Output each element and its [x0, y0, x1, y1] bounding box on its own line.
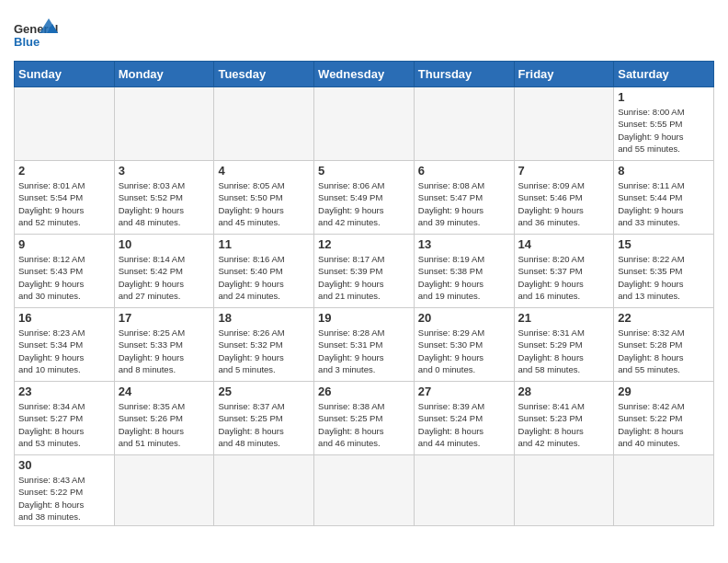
day-info: Sunrise: 8:41 AM Sunset: 5:23 PM Dayligh… [518, 400, 610, 449]
day-cell-23: 23Sunrise: 8:34 AM Sunset: 5:27 PM Dayli… [15, 382, 115, 455]
day-info: Sunrise: 8:22 AM Sunset: 5:35 PM Dayligh… [618, 253, 710, 302]
day-number: 27 [418, 385, 510, 398]
day-number: 25 [218, 385, 310, 398]
weekday-header-wednesday: Wednesday [314, 62, 415, 87]
day-number: 26 [318, 385, 410, 398]
day-info: Sunrise: 8:09 AM Sunset: 5:46 PM Dayligh… [518, 179, 610, 228]
empty-cell [214, 455, 314, 526]
day-number: 13 [418, 237, 510, 251]
weekday-header-sunday: Sunday [15, 62, 115, 87]
day-info: Sunrise: 8:20 AM Sunset: 5:37 PM Dayligh… [518, 253, 610, 302]
day-number: 12 [318, 237, 410, 251]
day-number: 4 [218, 164, 310, 178]
day-number: 10 [119, 237, 210, 251]
calendar-row-1: 2Sunrise: 8:01 AM Sunset: 5:54 PM Daylig… [15, 161, 714, 235]
day-info: Sunrise: 8:39 AM Sunset: 5:24 PM Dayligh… [418, 400, 510, 449]
day-info: Sunrise: 8:29 AM Sunset: 5:30 PM Dayligh… [418, 327, 510, 375]
day-info: Sunrise: 8:12 AM Sunset: 5:43 PM Dayligh… [18, 253, 110, 302]
empty-cell [514, 455, 614, 526]
day-cell-8: 8Sunrise: 8:11 AM Sunset: 5:44 PM Daylig… [614, 161, 714, 235]
empty-cell [114, 87, 214, 161]
weekday-header-saturday: Saturday [614, 62, 714, 87]
day-cell-29: 29Sunrise: 8:42 AM Sunset: 5:22 PM Dayli… [614, 382, 714, 455]
day-info: Sunrise: 8:26 AM Sunset: 5:32 PM Dayligh… [218, 327, 310, 375]
day-cell-18: 18Sunrise: 8:26 AM Sunset: 5:32 PM Dayli… [214, 308, 314, 382]
day-cell-12: 12Sunrise: 8:17 AM Sunset: 5:39 PM Dayli… [314, 235, 415, 308]
day-info: Sunrise: 8:16 AM Sunset: 5:40 PM Dayligh… [218, 253, 310, 302]
day-cell-17: 17Sunrise: 8:25 AM Sunset: 5:33 PM Dayli… [114, 308, 214, 382]
day-cell-27: 27Sunrise: 8:39 AM Sunset: 5:24 PM Dayli… [414, 382, 514, 455]
day-number: 15 [618, 237, 710, 251]
day-info: Sunrise: 8:23 AM Sunset: 5:34 PM Dayligh… [18, 327, 110, 375]
day-cell-24: 24Sunrise: 8:35 AM Sunset: 5:26 PM Dayli… [114, 382, 214, 455]
day-cell-3: 3Sunrise: 8:03 AM Sunset: 5:52 PM Daylig… [114, 161, 214, 235]
day-cell-5: 5Sunrise: 8:06 AM Sunset: 5:49 PM Daylig… [314, 161, 415, 235]
calendar-row-2: 9Sunrise: 8:12 AM Sunset: 5:43 PM Daylig… [15, 235, 714, 308]
day-number: 22 [618, 311, 710, 325]
day-cell-25: 25Sunrise: 8:37 AM Sunset: 5:25 PM Dayli… [214, 382, 314, 455]
day-info: Sunrise: 8:05 AM Sunset: 5:50 PM Dayligh… [218, 179, 310, 228]
day-info: Sunrise: 8:00 AM Sunset: 5:55 PM Dayligh… [618, 106, 710, 155]
day-number: 29 [618, 385, 710, 398]
day-cell-19: 19Sunrise: 8:28 AM Sunset: 5:31 PM Dayli… [314, 308, 415, 382]
day-number: 11 [218, 237, 310, 251]
empty-cell [15, 87, 115, 161]
day-number: 20 [418, 311, 510, 325]
day-number: 3 [119, 164, 210, 178]
day-cell-21: 21Sunrise: 8:31 AM Sunset: 5:29 PM Dayli… [514, 308, 614, 382]
day-cell-20: 20Sunrise: 8:29 AM Sunset: 5:30 PM Dayli… [414, 308, 514, 382]
day-cell-11: 11Sunrise: 8:16 AM Sunset: 5:40 PM Dayli… [214, 235, 314, 308]
day-number: 14 [518, 237, 610, 251]
logo: General Blue [14, 17, 60, 55]
day-number: 24 [119, 385, 210, 398]
day-info: Sunrise: 8:14 AM Sunset: 5:42 PM Dayligh… [119, 253, 210, 302]
day-number: 2 [18, 164, 110, 178]
page-header: General Blue [14, 9, 714, 55]
day-info: Sunrise: 8:25 AM Sunset: 5:33 PM Dayligh… [119, 327, 210, 375]
empty-cell [414, 455, 514, 526]
day-info: Sunrise: 8:03 AM Sunset: 5:52 PM Dayligh… [119, 179, 210, 228]
empty-cell [314, 455, 415, 526]
day-cell-22: 22Sunrise: 8:32 AM Sunset: 5:28 PM Dayli… [614, 308, 714, 382]
day-cell-14: 14Sunrise: 8:20 AM Sunset: 5:37 PM Dayli… [514, 235, 614, 308]
day-info: Sunrise: 8:42 AM Sunset: 5:22 PM Dayligh… [618, 400, 710, 449]
calendar-row-0: 1Sunrise: 8:00 AM Sunset: 5:55 PM Daylig… [15, 87, 714, 161]
day-number: 19 [318, 311, 410, 325]
day-cell-7: 7Sunrise: 8:09 AM Sunset: 5:46 PM Daylig… [514, 161, 614, 235]
day-info: Sunrise: 8:06 AM Sunset: 5:49 PM Dayligh… [318, 179, 410, 228]
day-number: 5 [318, 164, 410, 178]
day-number: 23 [18, 385, 110, 398]
weekday-header-thursday: Thursday [414, 62, 514, 87]
day-cell-16: 16Sunrise: 8:23 AM Sunset: 5:34 PM Dayli… [15, 308, 115, 382]
calendar: SundayMondayTuesdayWednesdayThursdayFrid… [14, 61, 714, 526]
day-cell-10: 10Sunrise: 8:14 AM Sunset: 5:42 PM Dayli… [114, 235, 214, 308]
day-number: 9 [18, 237, 110, 251]
day-info: Sunrise: 8:17 AM Sunset: 5:39 PM Dayligh… [318, 253, 410, 302]
empty-cell [314, 87, 415, 161]
day-cell-4: 4Sunrise: 8:05 AM Sunset: 5:50 PM Daylig… [214, 161, 314, 235]
day-number: 21 [518, 311, 610, 325]
empty-cell [414, 87, 514, 161]
day-info: Sunrise: 8:34 AM Sunset: 5:27 PM Dayligh… [18, 400, 110, 449]
calendar-row-4: 23Sunrise: 8:34 AM Sunset: 5:27 PM Dayli… [15, 382, 714, 455]
day-number: 8 [618, 164, 710, 178]
day-cell-9: 9Sunrise: 8:12 AM Sunset: 5:43 PM Daylig… [15, 235, 115, 308]
day-info: Sunrise: 8:31 AM Sunset: 5:29 PM Dayligh… [518, 327, 610, 375]
day-info: Sunrise: 8:35 AM Sunset: 5:26 PM Dayligh… [119, 400, 210, 449]
day-info: Sunrise: 8:11 AM Sunset: 5:44 PM Dayligh… [618, 179, 710, 228]
day-number: 18 [218, 311, 310, 325]
day-cell-6: 6Sunrise: 8:08 AM Sunset: 5:47 PM Daylig… [414, 161, 514, 235]
day-cell-26: 26Sunrise: 8:38 AM Sunset: 5:25 PM Dayli… [314, 382, 415, 455]
calendar-row-3: 16Sunrise: 8:23 AM Sunset: 5:34 PM Dayli… [15, 308, 714, 382]
day-info: Sunrise: 8:28 AM Sunset: 5:31 PM Dayligh… [318, 327, 410, 375]
day-cell-30: 30Sunrise: 8:43 AM Sunset: 5:22 PM Dayli… [15, 455, 115, 526]
weekday-header-monday: Monday [114, 62, 214, 87]
empty-cell [214, 87, 314, 161]
empty-cell [614, 455, 714, 526]
day-cell-1: 1Sunrise: 8:00 AM Sunset: 5:55 PM Daylig… [614, 87, 714, 161]
day-number: 7 [518, 164, 610, 178]
day-number: 1 [618, 90, 710, 104]
day-number: 17 [119, 311, 210, 325]
calendar-row-5: 30Sunrise: 8:43 AM Sunset: 5:22 PM Dayli… [15, 455, 714, 526]
day-number: 6 [418, 164, 510, 178]
